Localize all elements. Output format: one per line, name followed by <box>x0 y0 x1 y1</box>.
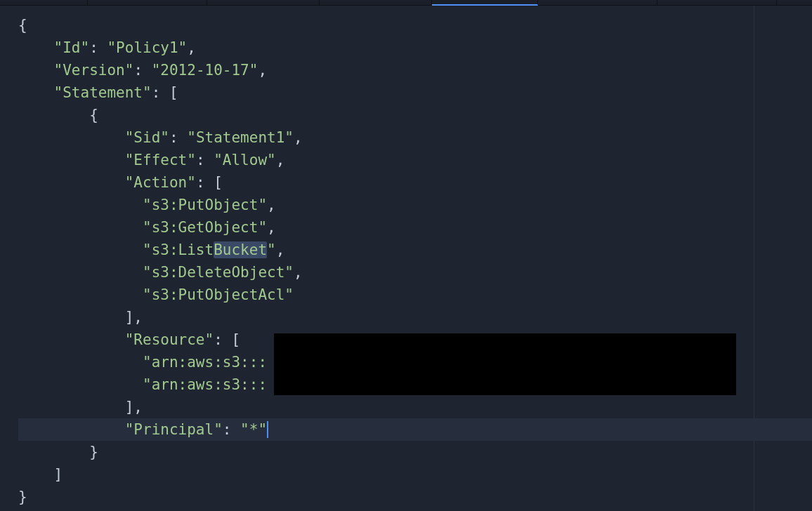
punct: : <box>169 129 187 146</box>
punct: , <box>276 241 285 258</box>
editor-tab[interactable] <box>538 0 657 6</box>
code-line[interactable]: { <box>18 104 812 126</box>
selected-text: Bucket <box>214 241 267 258</box>
code-line[interactable]: "Effect": "Allow", <box>18 149 812 171</box>
json-key: "Resource" <box>125 331 214 348</box>
json-string: "*" <box>240 421 267 438</box>
json-string: "Statement1" <box>187 129 294 146</box>
punct: : <box>133 62 151 79</box>
punct: ], <box>125 309 143 326</box>
editor-tab[interactable] <box>657 0 777 6</box>
punct: : <box>196 152 214 168</box>
code-editor[interactable]: { "Id": "Policy1", "Version": "2012-10-1… <box>0 6 812 511</box>
editor-tab[interactable] <box>432 0 538 6</box>
code-line[interactable]: "s3:DeleteObject", <box>18 261 812 284</box>
code-line[interactable]: "Statement": [ <box>18 81 812 104</box>
brace-close: } <box>18 489 27 505</box>
code-line[interactable]: } <box>18 441 812 463</box>
json-key: "Version" <box>54 62 134 79</box>
punct: , <box>267 219 276 236</box>
punct: : [ <box>152 84 178 101</box>
code-line[interactable]: ], <box>18 396 812 418</box>
json-string: "s3:List <box>143 241 214 258</box>
punct: , <box>267 197 276 213</box>
punct: : [ <box>214 331 240 348</box>
code-line[interactable]: } <box>18 486 812 508</box>
code-line[interactable]: "Id": "Policy1", <box>18 36 812 59</box>
text-cursor <box>267 421 268 438</box>
code-line[interactable]: "Version": "2012-10-17", <box>18 59 812 81</box>
redaction-block <box>274 333 736 395</box>
punct: , <box>276 152 285 168</box>
json-string: "Allow" <box>214 152 276 168</box>
code-line[interactable]: "Action": [ <box>18 171 812 194</box>
punct: , <box>294 129 303 146</box>
json-string: "2012-10-17" <box>152 62 258 79</box>
editor-tab[interactable] <box>207 0 320 6</box>
brace-open: { <box>18 17 27 34</box>
code-line-current[interactable]: "Principal": "*" <box>18 418 812 441</box>
bracket-close: ] <box>54 466 63 483</box>
code-line[interactable]: ] <box>18 463 812 486</box>
punct: , <box>187 39 196 56</box>
json-string: "arn:aws:s3::: <box>143 354 267 371</box>
punct: , <box>258 62 267 79</box>
json-key: "Statement" <box>54 84 152 101</box>
json-key: "Id" <box>54 39 90 56</box>
brace-open: { <box>89 107 98 124</box>
editor-tab[interactable] <box>320 0 432 6</box>
punct: : <box>89 39 107 56</box>
code-line[interactable]: "s3:PutObject", <box>18 194 812 216</box>
code-line[interactable]: "s3:PutObjectAcl" <box>18 284 812 306</box>
json-key: "Action" <box>125 174 196 191</box>
json-key: "Effect" <box>125 152 196 168</box>
editor-tab[interactable] <box>0 0 88 6</box>
json-string: " <box>267 241 276 258</box>
code-line[interactable]: { <box>18 14 812 36</box>
json-string: "Policy1" <box>107 39 187 56</box>
brace-close: } <box>89 444 98 460</box>
code-line[interactable]: "Sid": "Statement1", <box>18 126 812 149</box>
code-line[interactable]: "s3:GetObject", <box>18 216 812 239</box>
editor-tab[interactable] <box>88 0 207 6</box>
json-string: "s3:PutObject" <box>143 197 267 213</box>
tab-bar <box>0 0 812 6</box>
punct: : <box>223 421 240 438</box>
json-string: "s3:PutObjectAcl" <box>143 286 294 303</box>
code-line[interactable]: ], <box>18 306 812 328</box>
json-string: "arn:aws:s3::: <box>143 376 267 393</box>
json-key: "Principal" <box>125 421 223 438</box>
code-line[interactable]: "s3:ListBucket", <box>18 239 812 261</box>
json-string: "s3:DeleteObject" <box>143 264 294 281</box>
punct: ], <box>125 399 143 416</box>
punct: : [ <box>196 174 223 191</box>
json-key: "Sid" <box>125 129 169 146</box>
json-string: "s3:GetObject" <box>143 219 267 236</box>
punct: , <box>294 264 303 281</box>
